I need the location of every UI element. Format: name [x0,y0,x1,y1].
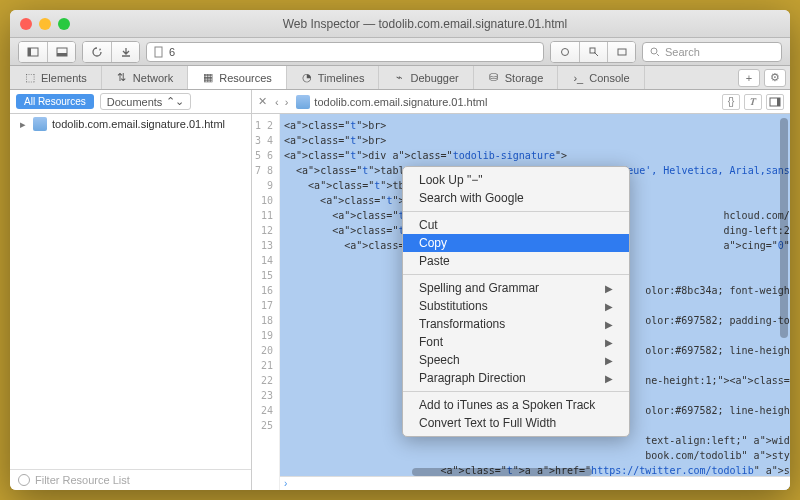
elements-icon: ⬚ [24,72,36,84]
resource-sidebar: ▸ todolib.com.email.signature.01.html Fi… [10,114,252,490]
menu-item[interactable]: Font▶ [403,333,629,351]
search-placeholder: Search [665,46,700,58]
menu-item[interactable]: Look Up "−" [403,171,629,189]
nav-back-icon[interactable]: ‹ [273,96,281,108]
add-tab-button[interactable]: + [738,69,760,87]
context-menu: Look Up "−"Search with GoogleCutCopyPast… [402,166,630,437]
svg-point-5 [562,48,569,55]
tab-network[interactable]: ⇅Network [102,66,188,89]
menu-item[interactable]: Add to iTunes as a Spoken Track [403,396,629,414]
svg-point-8 [651,48,657,54]
menu-item[interactable]: Speech▶ [403,351,629,369]
storage-icon: ⛁ [488,72,500,84]
file-icon [153,46,165,58]
tab-storage[interactable]: ⛁Storage [474,66,559,89]
panel-right-icon[interactable] [766,94,784,110]
breadcrumb[interactable]: todolib.com.email.signature.01.html [296,95,487,109]
search-input[interactable]: Search [642,42,782,62]
tab-console[interactable]: ›_Console [558,66,644,89]
file-name: todolib.com.email.signature.01.html [52,118,225,130]
menu-item[interactable]: Copy [403,234,629,252]
all-resources-pill[interactable]: All Resources [16,94,94,109]
submenu-arrow-icon: ▶ [605,283,613,294]
svg-rect-1 [28,48,31,56]
menu-item[interactable]: Search with Google [403,189,629,207]
svg-rect-10 [777,98,780,106]
tab-elements[interactable]: ⬚Elements [10,66,102,89]
submenu-arrow-icon: ▶ [605,355,613,366]
code-editor: 1 2 3 4 5 6 7 8 9 10 11 12 13 14 15 16 1… [252,114,790,490]
network-icon: ⇅ [116,72,128,84]
brackets-icon[interactable]: {} [722,94,740,110]
nav-fwd-icon[interactable]: › [283,96,291,108]
tab-debugger[interactable]: ⌁Debugger [379,66,473,89]
reload-icon[interactable] [83,42,111,62]
download-icon[interactable] [111,42,139,62]
svg-rect-4 [155,47,162,57]
vertical-scrollbar[interactable] [780,118,788,338]
timelines-icon: ◔ [301,72,313,84]
console-icon: ›_ [572,72,584,84]
minimize-icon[interactable] [39,18,51,30]
traffic-lights [20,18,70,30]
prompt-icon[interactable]: › [284,478,287,489]
bottom-bar: › [280,476,790,490]
content: ▸ todolib.com.email.signature.01.html Fi… [10,114,790,490]
window-title: Web Inspector — todolib.com.email.signat… [70,17,780,31]
debugger-icon: ⌁ [393,72,405,84]
doc-count: 6 [169,46,175,58]
type-icon[interactable]: 𝑻 [744,94,762,110]
inspector-window: Web Inspector — todolib.com.email.signat… [10,10,790,490]
chevron-right-icon: ▸ [20,118,28,131]
chevron-updown-icon: ⌃⌄ [166,95,184,108]
menu-item[interactable]: Paragraph Direction▶ [403,369,629,387]
url-bar[interactable]: 6 [146,42,544,62]
resources-icon: ▦ [202,72,214,84]
menu-item[interactable]: Paste [403,252,629,270]
tab-resources[interactable]: ▦Resources [188,66,287,89]
filter-icon [18,474,30,486]
cert-icon[interactable] [607,42,635,62]
menu-item[interactable]: Spelling and Grammar▶ [403,279,629,297]
menu-item[interactable]: Transformations▶ [403,315,629,333]
list-item[interactable]: ▸ todolib.com.email.signature.01.html [10,114,251,134]
search-icon [649,46,661,58]
tab-timelines[interactable]: ◔Timelines [287,66,380,89]
panel-bottom-icon[interactable] [47,42,75,62]
file-icon [33,117,47,131]
panel-left-icon[interactable] [19,42,47,62]
svg-rect-7 [618,49,626,55]
menu-item[interactable]: Substitutions▶ [403,297,629,315]
svg-rect-3 [57,53,67,56]
inspector-tabs: ⬚Elements ⇅Network ▦Resources ◔Timelines… [10,66,790,90]
horizontal-scrollbar[interactable] [412,468,592,476]
submenu-arrow-icon: ▶ [605,337,613,348]
pick-element-icon[interactable] [579,42,607,62]
close-icon[interactable] [20,18,32,30]
submenu-arrow-icon: ▶ [605,373,613,384]
documents-dropdown[interactable]: Documents⌃⌄ [100,93,192,110]
filter-input[interactable]: Filter Resource List [10,469,251,490]
line-gutter: 1 2 3 4 5 6 7 8 9 10 11 12 13 14 15 16 1… [252,114,280,490]
submenu-arrow-icon: ▶ [605,301,613,312]
subbar: All Resources Documents⌃⌄ ✕ ‹› todolib.c… [10,90,790,114]
settings-icon[interactable]: ⚙ [764,69,786,87]
sidebar-toggle-group [18,41,76,63]
toolbar: 6 Search [10,38,790,66]
device-icon[interactable] [551,42,579,62]
file-icon [296,95,310,109]
zoom-icon[interactable] [58,18,70,30]
submenu-arrow-icon: ▶ [605,319,613,330]
menu-item[interactable]: Cut [403,216,629,234]
titlebar: Web Inspector — todolib.com.email.signat… [10,10,790,38]
close-x-icon[interactable]: ✕ [258,95,267,108]
menu-item[interactable]: Convert Text to Full Width [403,414,629,432]
